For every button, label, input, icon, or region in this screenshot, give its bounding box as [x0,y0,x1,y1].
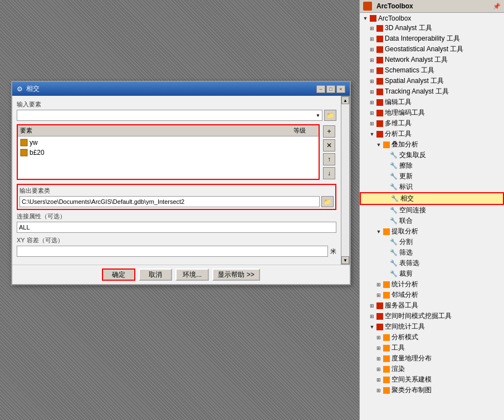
expand-geo: ⊞ [369,46,375,53]
tree-label-qufen: 提取分析 [392,227,418,236]
tree-item-fenxi-moshi[interactable]: ⊞ 分析模式 [360,332,504,343]
input-elements-group: 输入要素 ▼ 📁 [17,100,336,121]
expand-xuran: ⊞ [375,366,382,373]
tree-item-xiangjiao[interactable]: 🔧 相交 [360,192,504,205]
expand-qufen: ▼ [375,228,382,235]
tree-item-gengxin[interactable]: 🔧 更新 [360,171,504,182]
table-row[interactable]: b£20 [20,148,316,158]
tool-icon-fenge: 🔧 [390,238,398,246]
tree-label-chushu: 擦除 [399,161,413,170]
xy-tol-group: XY 容差（可选） 米 [17,236,336,257]
tree-item-arctoolbox[interactable]: ▼ ArcToolbox [360,14,504,23]
scroll-track [341,104,349,256]
expand-fenximoshi: ⊞ [375,334,382,341]
scroll-down-btn[interactable]: ▼ [341,256,349,264]
output-browse-btn[interactable]: 📁 [321,196,334,207]
tree-item-geostatistical[interactable]: ⊞ Geostatistical Analyst 工具 [360,44,504,55]
cancel-button[interactable]: 取消 [139,268,172,281]
tree-item-schematics[interactable]: ⊞ Schematics 工具 [360,65,504,76]
xy-tol-input[interactable] [17,246,328,257]
input-row: ▼ 📁 [17,110,336,121]
tree-label-kongjian: 空间连接 [399,206,426,215]
join-attr-label: 连接属性（可选） [17,212,336,221]
tree-item-chushu[interactable]: 🔧 擦除 [360,160,504,171]
help-button[interactable]: 显示帮助 >> [212,268,260,281]
tree-item-fenxi[interactable]: ▼ 分析工具 [360,129,504,139]
toolset-icon-xuran [383,366,390,373]
expand-shikong: ⊞ [369,313,375,320]
toolbox-icon-geo [376,46,383,53]
tree-item-biao-shaixuan[interactable]: 🔧 表筛选 [360,258,504,268]
join-attr-select[interactable]: ALL [17,222,336,233]
arctoolbox-icon [363,2,372,11]
pin-icon[interactable]: 📌 [493,3,501,10]
expand-spatial: ⊞ [369,78,375,85]
minimize-button[interactable]: − [316,85,325,93]
spacer-shaixuan [382,250,389,256]
tree-label-interop: Data Interoperability 工具 [385,34,460,43]
dialog-footer: 确定 取消 环境... 显示帮助 >> [12,265,350,284]
table-row[interactable]: yw [20,138,316,148]
tree-item-duliang[interactable]: ⊞ 度量地理分布 [360,353,504,364]
tree-item-3d-analyst[interactable]: ⊞ 3D Analyst 工具 [360,23,504,33]
tree-item-tracking[interactable]: ⊞ Tracking Analyst 工具 [360,86,504,97]
tree-item-julei[interactable]: ⊞ 聚类分布制图 [360,385,504,395]
dialog-scrollbar[interactable]: ▲ ▼ [341,96,350,265]
scroll-up-btn[interactable]: ▲ [341,96,349,104]
tree-item-kongjian-guanxi[interactable]: ⊞ 空间关系建模 [360,374,504,385]
tree-label-duliang: 度量地理分布 [392,354,432,363]
tree-item-biaoshi[interactable]: 🔧 标识 [360,182,504,192]
tree-item-xuran[interactable]: ⊞ 渲染 [360,364,504,374]
confirm-button[interactable]: 确定 [102,268,135,281]
tree-item-jiaoji-qufen[interactable]: 🔧 交集取反 [360,150,504,160]
tree-item-network[interactable]: ⊞ Network Analyst 工具 [360,55,504,65]
move-up-btn[interactable]: ↑ [323,153,335,165]
tree-item-fenge[interactable]: 🔧 分割 [360,237,504,247]
add-row-btn[interactable]: + [323,125,335,138]
env-button[interactable]: 环境... [175,268,209,281]
tree-label-3d: 3D Analyst 工具 [385,23,432,33]
tree-item-gongju[interactable]: ⊞ 工具 [360,343,504,353]
spacer-gengxin [382,173,389,180]
remove-row-btn[interactable]: ✕ [323,139,335,152]
tree-item-spatial[interactable]: ⊞ Spatial Analyst 工具 [360,76,504,86]
tool-icon-jiaoji: 🔧 [390,152,398,159]
expand-fuwuqi: ⊞ [369,302,375,309]
output-row: 📁 [19,196,334,207]
join-attr-group: 连接属性（可选） ALL [17,212,336,233]
tree-item-lianhe[interactable]: 🔧 联合 [360,216,504,226]
tree-item-tongji[interactable]: ⊞ 统计分析 [360,279,504,290]
output-path-input[interactable] [19,196,320,207]
tree-item-dibianma[interactable]: ⊞ 地理编码工具 [360,108,504,118]
tree-item-shaixuan[interactable]: 🔧 筛选 [360,247,504,258]
spacer-fenge [382,239,389,246]
tree-item-kongjian-tongji[interactable]: ▼ 空间统计工具 [360,321,504,332]
maximize-button[interactable]: □ [326,85,335,93]
tree-item-linyu[interactable]: ⊞ 邻域分析 [360,290,504,300]
table-body: yw b£20 [18,136,319,159]
expand-schematics: ⊞ [369,67,375,74]
tree-item-shikong[interactable]: ⊞ 空间时间模式挖掘工具 [360,311,504,321]
expand-network: ⊞ [369,57,375,64]
input-browse-btn[interactable]: 📁 [324,110,336,121]
tree-label-xiangjiao: 相交 [400,194,414,203]
tree-label-bianji: 编辑工具 [385,97,412,107]
toolset-icon-kongjian-guanxi [383,377,390,383]
close-button[interactable]: × [336,85,345,93]
tree-item-qufen-fenxi[interactable]: ▼ 提取分析 [360,226,504,237]
tool-icon-gengxin: 🔧 [390,173,398,180]
tree-item-caijian[interactable]: 🔧 裁剪 [360,268,504,279]
output-label: 输出要素类 [19,187,334,195]
toolbox-icon-bianji [376,99,383,106]
tree-item-fuwuqi[interactable]: ⊞ 服务器工具 [360,300,504,311]
tree-item-kongjian-lianjie[interactable]: 🔧 空间连接 [360,205,504,216]
tree-item-jiayufenxi[interactable]: ▼ 叠加分析 [360,139,504,150]
tree-item-duowei[interactable]: ⊞ 多维工具 [360,118,504,129]
col-header-element: 要素 [20,126,283,135]
input-dropdown[interactable]: ▼ [17,110,322,121]
tree-item-data-interop[interactable]: ⊞ Data Interoperability 工具 [360,33,504,44]
spacer-xiangjiao [383,196,390,202]
tree-item-bianji[interactable]: ⊞ 编辑工具 [360,97,504,108]
xy-tol-row: 米 [17,246,336,257]
move-down-btn[interactable]: ↓ [323,167,335,179]
